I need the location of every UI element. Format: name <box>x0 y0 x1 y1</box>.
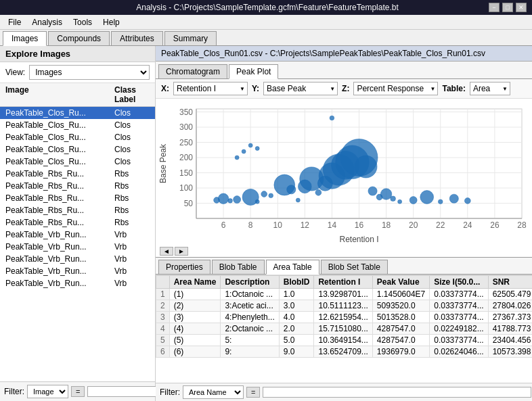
right-panel: PeakTable_Clos_Run01.csv - C:\Projects\S… <box>156 46 532 401</box>
retention-cell: 13.9298701... <box>314 289 372 300</box>
image-row[interactable]: PeakTable_Clos_Ru...Clos <box>0 131 155 143</box>
filter-eq-button-bottom[interactable]: = <box>246 387 260 398</box>
menu-analysis[interactable]: Analysis <box>26 16 68 28</box>
table-row[interactable]: 1 (1) 1:Octanoic ... 1.0 13.9298701... 1… <box>156 289 533 300</box>
minimize-button[interactable]: − <box>489 3 500 12</box>
peak-value-cell: 5093520.0 <box>372 300 429 312</box>
svg-point-72 <box>449 194 458 203</box>
image-row[interactable]: PeakTable_Vrb_Run...Vrb <box>0 265 155 277</box>
row-num: 3 <box>156 312 170 323</box>
tab-peak-plot[interactable]: Peak Plot <box>229 64 278 79</box>
tab-area-table[interactable]: Area Table <box>266 260 319 275</box>
image-class: Rbs <box>112 217 152 228</box>
tab-images[interactable]: Images <box>3 31 47 46</box>
nav-right-button[interactable]: ► <box>175 247 188 256</box>
filter-label-left: Filter: <box>4 387 24 396</box>
blobid-cell: 2.0 <box>279 323 314 335</box>
image-row[interactable]: PeakTable_Clos_Ru...Clos <box>0 119 155 131</box>
snr-cell: 23404.456 <box>488 335 532 346</box>
image-row[interactable]: PeakTable_Rbs_Ru...Rbs <box>0 180 155 192</box>
menu-file[interactable]: File <box>3 16 26 28</box>
table-row[interactable]: 4 (4) 2:Octanoic ... 2.0 15.7151080... 4… <box>156 323 533 335</box>
svg-point-46 <box>234 196 241 204</box>
view-label: View: <box>5 68 25 77</box>
svg-text:28: 28 <box>517 220 527 230</box>
area-name-cell: (6) <box>169 346 221 358</box>
blobid-cell: 4.0 <box>279 312 314 323</box>
image-class: Vrb <box>112 229 152 240</box>
y-axis-select[interactable]: Base Peak <box>263 82 338 95</box>
image-row[interactable]: PeakTable_Rbs_Ru...Rbs <box>0 216 155 229</box>
tab-properties[interactable]: Properties <box>158 260 210 274</box>
image-name: PeakTable_Vrb_Run... <box>3 229 112 240</box>
tab-compounds[interactable]: Compounds <box>48 31 110 45</box>
image-name: PeakTable_Vrb_Run... <box>3 241 112 252</box>
filter-select-left[interactable]: Image <box>27 385 68 398</box>
image-row[interactable]: PeakTable_Rbs_Ru...Rbs <box>0 168 155 180</box>
filter-select-bottom[interactable]: Area Name <box>183 385 244 399</box>
tab-attributes[interactable]: Attributes <box>111 31 163 45</box>
size-cell: 0.03373774... <box>430 335 488 346</box>
table-select[interactable]: Area <box>470 82 510 95</box>
x-axis-label: X: <box>161 84 169 93</box>
row-num: 5 <box>156 335 170 346</box>
svg-text:20: 20 <box>409 220 418 230</box>
image-class: Clos <box>112 156 152 167</box>
image-class: Rbs <box>112 193 152 204</box>
tab-chromatogram[interactable]: Chromatogram <box>158 64 227 78</box>
image-row[interactable]: PeakTable_Vrb_Run...Vrb <box>0 253 155 265</box>
view-select[interactable]: Images <box>29 65 150 80</box>
image-row[interactable]: PeakTable_Rbs_Ru...Rbs <box>0 192 155 204</box>
image-name: PeakTable_Vrb_Run... <box>3 254 112 264</box>
table-row[interactable]: 2 (2) 3:Acetic aci... 3.0 10.5111123... … <box>156 300 533 312</box>
x-axis-select[interactable]: Retention I <box>173 82 248 95</box>
left-panel: Explore Images View: Images Image Class … <box>0 46 156 401</box>
image-row[interactable]: PeakTable_Clos_Ru...Clos <box>0 107 155 119</box>
size-cell: 0.02249182... <box>430 323 488 335</box>
x-select-wrapper: Retention I <box>173 82 248 95</box>
bottom-tab-bar: Properties Blob Table Area Table Blob Se… <box>156 257 532 275</box>
table-row[interactable]: 3 (3) 4:Phenyleth... 4.0 12.6215954... 5… <box>156 312 533 323</box>
image-row[interactable]: PeakTable_Vrb_Run...Vrb <box>0 277 155 289</box>
table-row[interactable]: 5 (5) 5: 5.0 10.3649154... 4287547.0 0.0… <box>156 335 533 346</box>
menu-tools[interactable]: Tools <box>68 16 97 28</box>
col-class: Class Label <box>112 85 152 105</box>
svg-point-50 <box>269 193 273 198</box>
image-row[interactable]: PeakTable_Rbs_Ru...Rbs <box>0 204 155 216</box>
blobid-cell: 3.0 <box>279 300 314 312</box>
svg-point-52 <box>287 185 296 194</box>
col-snr: SNR <box>488 276 532 289</box>
svg-point-48 <box>255 199 259 204</box>
image-class: Vrb <box>112 241 152 252</box>
image-name: PeakTable_Vrb_Run... <box>3 266 112 277</box>
image-row[interactable]: PeakTable_Clos_Ru...Clos <box>0 156 155 168</box>
data-table-container: Area Name Description BlobID Retention I… <box>156 275 532 383</box>
menu-help[interactable]: Help <box>97 16 125 28</box>
area-name-cell: (4) <box>169 323 221 335</box>
maximize-button[interactable]: □ <box>502 3 513 12</box>
image-row[interactable]: PeakTable_Clos_Ru...Clos <box>0 143 155 156</box>
filter-eq-button-left[interactable]: = <box>71 386 85 397</box>
file-path-header: PeakTable_Clos_Run01.csv - C:\Projects\S… <box>156 46 532 62</box>
nav-left-button[interactable]: ◄ <box>160 247 173 256</box>
image-row[interactable]: PeakTable_Vrb_Run...Vrb <box>0 241 155 253</box>
svg-point-68 <box>398 199 402 204</box>
z-axis-select[interactable]: Percent Response <box>353 82 438 95</box>
tab-summary[interactable]: Summary <box>164 31 217 45</box>
left-filter-bar: Filter: Image = <box>0 381 155 401</box>
image-name: PeakTable_Clos_Ru... <box>3 108 112 118</box>
close-button[interactable]: ✕ <box>516 3 527 12</box>
peak-value-cell: 1936979.0 <box>372 346 429 358</box>
description-cell: 9: <box>221 346 279 358</box>
tab-blob-table[interactable]: Blob Table <box>212 260 265 274</box>
table-row[interactable]: 6 (6) 9: 9.0 13.6524709... 1936979.0 0.0… <box>156 346 533 358</box>
filter-input-bottom[interactable] <box>263 387 531 398</box>
tab-blob-set-table[interactable]: Blob Set Table <box>321 260 388 274</box>
area-name-cell: (2) <box>169 300 221 312</box>
row-num: 4 <box>156 323 170 335</box>
z-select-wrapper: Percent Response <box>353 82 438 95</box>
image-name: PeakTable_Clos_Ru... <box>3 156 112 167</box>
image-row[interactable]: PeakTable_Vrb_Run...Vrb <box>0 229 155 241</box>
svg-point-76 <box>248 143 252 147</box>
svg-text:150: 150 <box>179 168 193 178</box>
